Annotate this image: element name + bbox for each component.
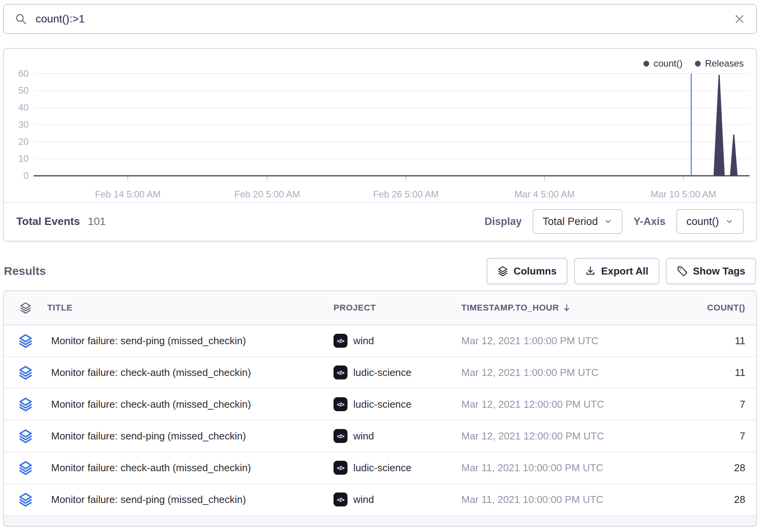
event-stack-icon[interactable] xyxy=(4,492,47,507)
event-stack-icon[interactable] xyxy=(4,460,47,475)
yaxis-label: Y-Axis xyxy=(633,216,665,228)
legend-dot-count xyxy=(643,61,649,67)
legend-label-count: count() xyxy=(653,58,683,69)
project-cell: </> wind xyxy=(334,493,461,506)
project-name[interactable]: wind xyxy=(353,494,374,506)
column-header-title[interactable]: TITLE xyxy=(47,303,334,313)
columns-button-label: Columns xyxy=(514,265,557,277)
event-timestamp: Mar 11, 2021 10:00:00 PM UTC xyxy=(461,494,676,506)
show-tags-button[interactable]: Show Tags xyxy=(666,258,756,284)
search-bar xyxy=(3,4,757,34)
column-header-count[interactable]: COUNT() xyxy=(676,303,756,313)
chevron-down-icon xyxy=(725,217,734,226)
results-header: Results Columns Export All xyxy=(4,257,756,285)
display-dropdown-value: Total Period xyxy=(543,216,598,228)
total-events-value: 101 xyxy=(88,215,106,228)
project-cell: </> ludic-science xyxy=(334,397,461,411)
table-header-row: TITLE PROJECT TIMESTAMP.TO_HOUR COUNT() xyxy=(4,291,756,325)
column-header-timestamp-label: TIMESTAMP.TO_HOUR xyxy=(461,303,559,313)
search-input[interactable] xyxy=(35,12,726,26)
legend-item-count[interactable]: count() xyxy=(643,58,683,69)
project-platform-icon: </> xyxy=(334,366,347,379)
table-body: Monitor failure: send-ping (missed_check… xyxy=(4,325,756,516)
table-row[interactable]: Monitor failure: send-ping (missed_check… xyxy=(4,484,756,516)
table-footer xyxy=(4,516,756,526)
results-table: TITLE PROJECT TIMESTAMP.TO_HOUR COUNT() … xyxy=(3,290,757,527)
results-title: Results xyxy=(4,264,46,278)
event-count: 28 xyxy=(676,494,756,506)
legend-item-releases[interactable]: Releases xyxy=(695,58,744,69)
project-cell: </> ludic-science xyxy=(334,366,461,379)
event-timestamp: Mar 12, 2021 12:00:00 PM UTC xyxy=(461,398,676,410)
export-all-button-label: Export All xyxy=(601,265,648,277)
event-stack-icon[interactable] xyxy=(4,397,47,412)
event-stack-icon[interactable] xyxy=(4,365,47,380)
event-timestamp: Mar 12, 2021 12:00:00 PM UTC xyxy=(461,430,676,442)
chevron-down-icon xyxy=(604,217,612,226)
discover-page: count() Releases 0102030405060Feb 14 5:0… xyxy=(0,0,760,527)
event-stack-icon[interactable] xyxy=(4,429,47,443)
yaxis-dropdown[interactable]: count() xyxy=(676,209,744,234)
column-header-timestamp[interactable]: TIMESTAMP.TO_HOUR xyxy=(461,303,676,313)
svg-text:40: 40 xyxy=(18,102,29,113)
event-count: 28 xyxy=(676,462,756,474)
event-count: 11 xyxy=(676,335,756,347)
svg-text:Feb 26 5:00 AM: Feb 26 5:00 AM xyxy=(373,189,438,199)
event-stack-icon[interactable] xyxy=(4,333,47,348)
table-row[interactable]: Monitor failure: check-auth (missed_chec… xyxy=(4,452,756,484)
project-cell: </> wind xyxy=(334,429,461,443)
event-timestamp: Mar 11, 2021 10:00:00 PM UTC xyxy=(461,462,676,474)
table-row[interactable]: Monitor failure: check-auth (missed_chec… xyxy=(4,357,756,389)
project-name[interactable]: ludic-science xyxy=(353,462,411,474)
event-title[interactable]: Monitor failure: send-ping (missed_check… xyxy=(47,494,334,506)
project-cell: </> wind xyxy=(334,334,461,348)
column-header-project[interactable]: PROJECT xyxy=(334,303,461,313)
yaxis-dropdown-value: count() xyxy=(686,216,719,228)
search-icon xyxy=(15,13,27,25)
chart-legend: count() Releases xyxy=(643,58,744,69)
project-platform-icon: </> xyxy=(334,334,347,348)
svg-text:20: 20 xyxy=(18,136,29,147)
project-platform-icon: </> xyxy=(334,429,347,443)
tag-icon xyxy=(677,266,688,276)
event-timestamp: Mar 12, 2021 1:00:00 PM UTC xyxy=(461,367,676,379)
stack-column-icon[interactable] xyxy=(4,302,47,314)
project-platform-icon: </> xyxy=(334,397,347,411)
svg-text:30: 30 xyxy=(18,119,29,130)
project-name[interactable]: wind xyxy=(353,335,374,347)
project-name[interactable]: ludic-science xyxy=(353,398,411,410)
stack-icon xyxy=(497,266,508,276)
clear-search-icon[interactable] xyxy=(734,13,745,25)
project-cell: </> ludic-science xyxy=(334,461,461,475)
chart-controls: Display Total Period Y-Axis count() xyxy=(485,209,744,234)
legend-label-releases: Releases xyxy=(705,58,744,69)
sort-desc-arrow-icon xyxy=(562,303,571,312)
event-title[interactable]: Monitor failure: check-auth (missed_chec… xyxy=(47,462,334,474)
event-title[interactable]: Monitor failure: send-ping (missed_check… xyxy=(47,335,334,347)
event-title[interactable]: Monitor failure: check-auth (missed_chec… xyxy=(47,367,334,379)
results-actions: Columns Export All Show Tags xyxy=(487,258,756,284)
svg-text:Feb 14 5:00 AM: Feb 14 5:00 AM xyxy=(95,189,160,199)
events-area-chart[interactable]: 0102030405060Feb 14 5:00 AMFeb 20 5:00 A… xyxy=(4,49,756,202)
event-title[interactable]: Monitor failure: check-auth (missed_chec… xyxy=(47,398,334,410)
download-icon xyxy=(585,266,596,276)
event-timestamp: Mar 12, 2021 1:00:00 PM UTC xyxy=(461,335,676,347)
svg-text:50: 50 xyxy=(18,85,29,96)
event-title[interactable]: Monitor failure: send-ping (missed_check… xyxy=(47,430,334,442)
export-all-button[interactable]: Export All xyxy=(574,258,659,284)
svg-text:Mar 4 5:00 AM: Mar 4 5:00 AM xyxy=(514,189,575,199)
total-events-label: Total Events xyxy=(16,215,80,228)
svg-text:0: 0 xyxy=(24,170,29,181)
project-name[interactable]: ludic-science xyxy=(353,367,411,379)
display-label: Display xyxy=(485,216,522,228)
table-row[interactable]: Monitor failure: send-ping (missed_check… xyxy=(4,325,756,357)
project-platform-icon: </> xyxy=(334,461,347,475)
svg-text:10: 10 xyxy=(18,153,29,164)
events-chart-panel: count() Releases 0102030405060Feb 14 5:0… xyxy=(3,48,757,242)
legend-dot-releases xyxy=(695,61,701,67)
table-row[interactable]: Monitor failure: check-auth (missed_chec… xyxy=(4,389,756,420)
project-name[interactable]: wind xyxy=(353,430,374,442)
display-dropdown[interactable]: Total Period xyxy=(533,209,623,234)
columns-button[interactable]: Columns xyxy=(487,258,567,284)
table-row[interactable]: Monitor failure: send-ping (missed_check… xyxy=(4,420,756,452)
